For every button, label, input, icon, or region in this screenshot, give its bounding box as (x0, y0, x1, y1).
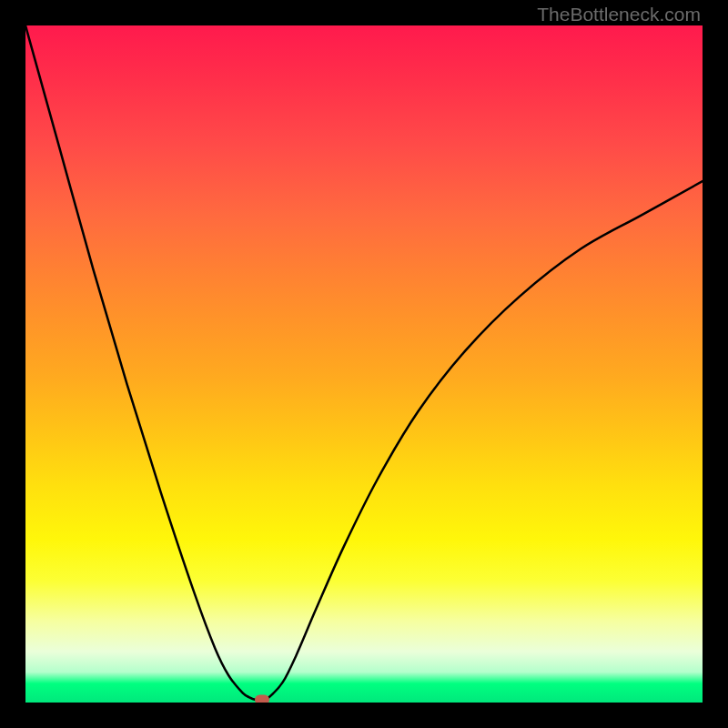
chart-frame (0, 0, 728, 728)
watermark-text: TheBottleneck.com (537, 4, 701, 25)
